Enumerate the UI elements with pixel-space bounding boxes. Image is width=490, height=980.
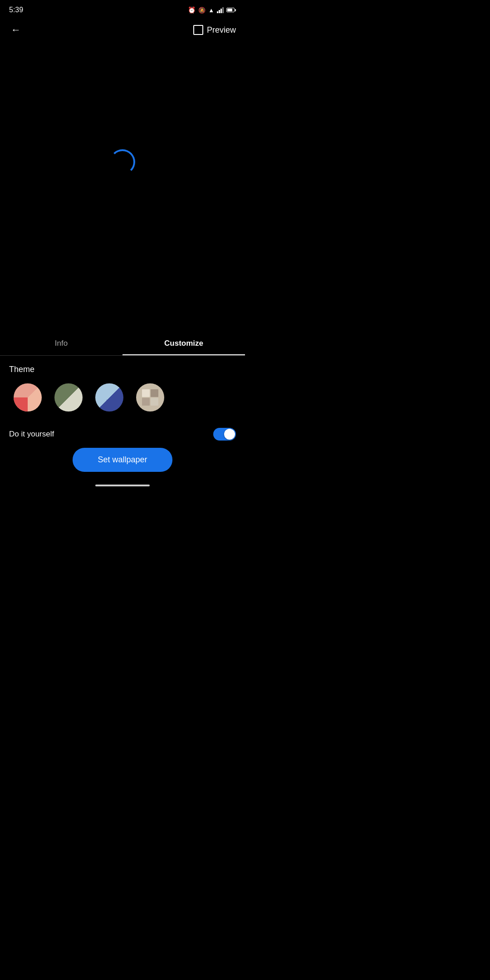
theme-section-title: Theme — [9, 365, 236, 374]
battery-icon — [226, 8, 236, 12]
theme-circle-warm[interactable] — [14, 383, 42, 412]
signal-icon — [217, 7, 224, 13]
home-bar — [95, 485, 150, 486]
diy-row: Do it yourself — [0, 421, 245, 448]
status-bar: 5:39 ⏰ 🔕 ▲ — [0, 0, 245, 18]
theme-circles — [9, 383, 236, 412]
grid-cell-4 — [151, 398, 158, 406]
diy-label: Do it yourself — [9, 430, 54, 439]
grid-cell-2 — [151, 389, 158, 397]
home-indicator — [0, 485, 245, 490]
alarm-icon: ⏰ — [188, 6, 196, 14]
bottom-panel: Info Customize Theme Do it yourself — [0, 331, 245, 490]
wallpaper-preview-area — [0, 42, 245, 282]
toggle-thumb — [224, 429, 235, 440]
back-button[interactable]: ← — [9, 22, 23, 38]
status-time: 5:39 — [9, 6, 23, 14]
theme-circle-blue[interactable] — [95, 383, 123, 412]
theme-circle-grid[interactable] — [136, 383, 164, 412]
theme-circle-sage[interactable] — [54, 383, 83, 412]
alarm-off-icon: 🔕 — [198, 7, 206, 14]
tabs-container: Info Customize — [0, 331, 245, 356]
status-icons: ⏰ 🔕 ▲ — [188, 6, 236, 14]
diy-toggle[interactable] — [213, 428, 236, 441]
grid-cell-1 — [142, 389, 150, 397]
theme-section: Theme — [0, 356, 245, 421]
preview-label: Preview — [207, 25, 236, 35]
grid-cell-3 — [142, 398, 150, 406]
tab-customize[interactable]: Customize — [122, 331, 245, 355]
preview-icon — [193, 25, 203, 35]
tab-info[interactable]: Info — [0, 331, 122, 355]
theme-grid-inner — [142, 389, 158, 406]
wifi-icon: ▲ — [208, 7, 214, 14]
top-nav: ← Preview — [0, 18, 245, 42]
loading-spinner — [110, 149, 135, 175]
set-wallpaper-button[interactable]: Set wallpaper — [73, 448, 172, 472]
preview-button[interactable]: Preview — [193, 25, 236, 35]
